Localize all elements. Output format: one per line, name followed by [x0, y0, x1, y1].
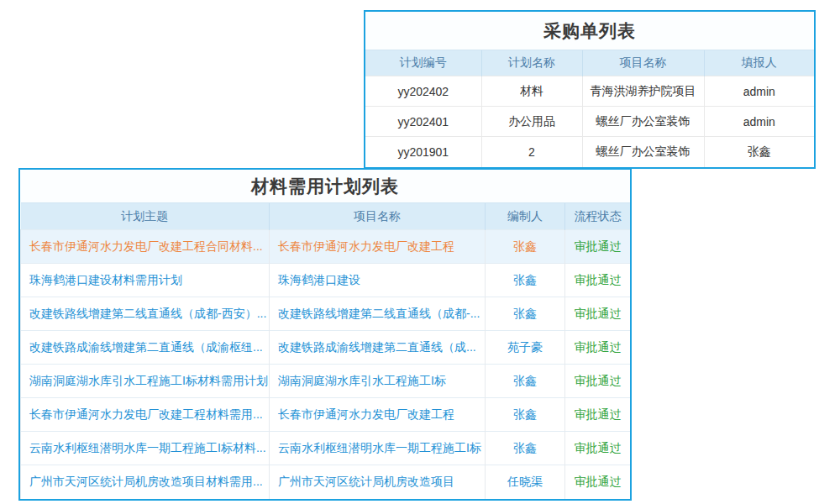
plan-name-cell: 办公用品: [481, 107, 582, 137]
table-row[interactable]: yy202401 办公用品 螺丝厂办公室装饰 admin: [365, 107, 814, 137]
column-header-project-name: 项目名称: [270, 203, 486, 230]
plan-subject-link[interactable]: 云南水利枢纽潜明水库一期工程施工I标材料...: [21, 432, 270, 465]
material-header-row: 计划主题 项目名称 编制人 流程状态: [21, 203, 631, 230]
material-panel-title: 材料需用计划列表: [20, 170, 630, 202]
project-name-link[interactable]: 改建铁路成渝线增建第二直通线（成...: [270, 331, 486, 365]
table-row[interactable]: 湖南洞庭湖水库引水工程施工I标材料需用计划 湖南洞庭湖水库引水工程施工I标 张鑫…: [21, 365, 631, 398]
table-row[interactable]: 长春市伊通河水力发电厂改建工程合同材料... 长春市伊通河水力发电厂改建工程 张…: [21, 230, 631, 264]
purchase-panel-title: 采购单列表: [365, 12, 814, 50]
column-header-plan-name: 计划名称: [481, 50, 582, 76]
project-name-cell: 螺丝厂办公室装饰: [582, 137, 704, 167]
project-name-cell: 螺丝厂办公室装饰: [582, 107, 704, 137]
table-row[interactable]: yy202402 材料 青海洪湖养护院项目 admin: [365, 76, 814, 107]
plan-no-cell: yy202401: [365, 107, 481, 137]
compiler-cell: 张鑫: [486, 432, 565, 465]
purchase-list-panel: 采购单列表 计划编号 计划名称 项目名称 填报人 yy202402 材料 青海洪…: [364, 10, 816, 169]
column-header-plan-subject: 计划主题: [21, 203, 270, 230]
plan-name-cell: 材料: [481, 76, 582, 107]
purchase-header-row: 计划编号 计划名称 项目名称 填报人: [365, 50, 814, 76]
table-row[interactable]: yy201901 2 螺丝厂办公室装饰 张鑫: [365, 137, 814, 167]
table-row[interactable]: 云南水利枢纽潜明水库一期工程施工I标材料... 云南水利枢纽潜明水库一期工程施工…: [21, 432, 631, 465]
project-name-link[interactable]: 改建铁路线增建第二线直通线（成都-...: [270, 297, 486, 331]
column-header-project-name: 项目名称: [582, 50, 704, 76]
project-name-link[interactable]: 云南水利枢纽潜明水库一期工程施工I标: [270, 432, 486, 465]
table-row[interactable]: 长春市伊通河水力发电厂改建工程材料需用... 长春市伊通河水力发电厂改建工程 张…: [21, 398, 631, 432]
compiler-cell: 张鑫: [486, 365, 565, 398]
project-name-link[interactable]: 广州市天河区统计局机房改造项目: [270, 465, 486, 499]
compiler-cell: 任晓渠: [486, 465, 565, 499]
status-badge: 审批通过: [565, 398, 631, 432]
plan-subject-link[interactable]: 湖南洞庭湖水库引水工程施工I标材料需用计划: [21, 365, 270, 398]
table-row[interactable]: 广州市天河区统计局机房改造项目材料需用... 广州市天河区统计局机房改造项目 任…: [21, 465, 631, 499]
compiler-cell: 苑子豪: [486, 331, 565, 365]
plan-subject-link[interactable]: 广州市天河区统计局机房改造项目材料需用...: [21, 465, 270, 499]
compiler-cell: 张鑫: [486, 297, 565, 331]
plan-subject-link[interactable]: 长春市伊通河水力发电厂改建工程合同材料...: [21, 230, 270, 264]
status-badge: 审批通过: [565, 465, 631, 499]
compiler-cell: 张鑫: [486, 230, 565, 264]
status-badge: 审批通过: [565, 264, 631, 297]
plan-subject-link[interactable]: 珠海鹤港口建设材料需用计划: [21, 264, 270, 297]
compiler-cell: 张鑫: [486, 398, 565, 432]
plan-no-cell: yy201901: [365, 137, 481, 167]
status-badge: 审批通过: [565, 331, 631, 365]
compiler-cell: 张鑫: [486, 264, 565, 297]
column-header-compiler: 编制人: [486, 203, 565, 230]
plan-subject-link[interactable]: 改建铁路线增建第二线直通线（成都-西安）...: [21, 297, 270, 331]
plan-no-cell: yy202402: [365, 76, 481, 107]
reporter-cell: 张鑫: [704, 137, 814, 167]
reporter-cell: admin: [704, 107, 814, 137]
project-name-link[interactable]: 珠海鹤港口建设: [270, 264, 486, 297]
project-name-link[interactable]: 湖南洞庭湖水库引水工程施工I标: [270, 365, 486, 398]
status-badge: 审批通过: [565, 432, 631, 465]
table-row[interactable]: 珠海鹤港口建设材料需用计划 珠海鹤港口建设 张鑫 审批通过: [21, 264, 631, 297]
project-name-link[interactable]: 长春市伊通河水力发电厂改建工程: [270, 398, 486, 432]
reporter-cell: admin: [704, 76, 814, 107]
status-badge: 审批通过: [565, 297, 631, 331]
status-badge: 审批通过: [565, 365, 631, 398]
plan-name-cell: 2: [481, 137, 582, 167]
plan-subject-link[interactable]: 长春市伊通河水力发电厂改建工程材料需用...: [21, 398, 270, 432]
purchase-table: 计划编号 计划名称 项目名称 填报人 yy202402 材料 青海洪湖养护院项目…: [365, 50, 814, 167]
material-plan-list-panel: 材料需用计划列表 计划主题 项目名称 编制人 流程状态 长春市伊通河水力发电厂改…: [18, 168, 632, 501]
project-name-link[interactable]: 长春市伊通河水力发电厂改建工程: [270, 230, 486, 264]
status-badge: 审批通过: [565, 230, 631, 264]
column-header-flow-status: 流程状态: [565, 203, 631, 230]
plan-subject-link[interactable]: 改建铁路成渝线增建第二直通线（成渝枢纽...: [21, 331, 270, 365]
material-table: 计划主题 项目名称 编制人 流程状态 长春市伊通河水力发电厂改建工程合同材料..…: [20, 202, 630, 499]
column-header-plan-no: 计划编号: [365, 50, 481, 76]
column-header-reporter: 填报人: [704, 50, 814, 76]
table-row[interactable]: 改建铁路成渝线增建第二直通线（成渝枢纽... 改建铁路成渝线增建第二直通线（成.…: [21, 331, 631, 365]
project-name-cell: 青海洪湖养护院项目: [582, 76, 704, 107]
table-row[interactable]: 改建铁路线增建第二线直通线（成都-西安）... 改建铁路线增建第二线直通线（成都…: [21, 297, 631, 331]
